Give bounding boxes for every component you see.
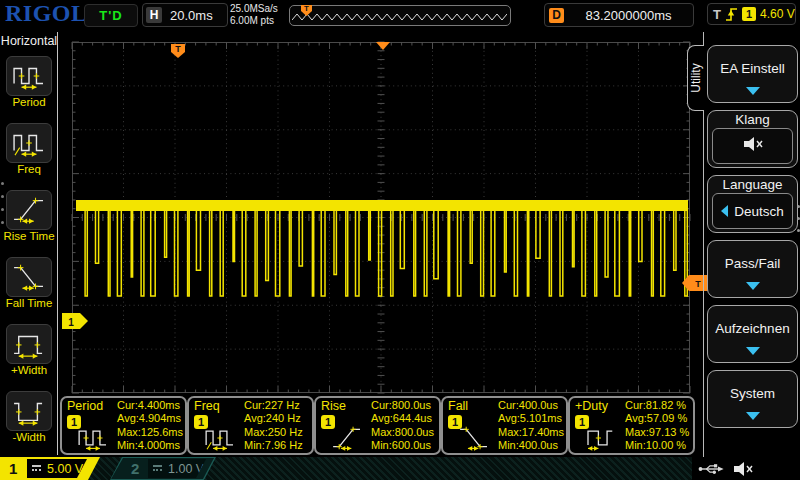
svg-text:T: T (695, 279, 701, 289)
horizontal-preview-waveform (292, 12, 507, 23)
channel-2-number: 2 (131, 459, 139, 478)
measure-stats: Cur:81.82 %Avg:57.09 %Max:97.13 %Min:10.… (625, 399, 689, 452)
measure-stat-max: Max:250 Hz (244, 426, 303, 439)
channel-1-ground-marker[interactable]: 1 (62, 313, 88, 329)
svg-text:T: T (175, 44, 181, 54)
measure-stats: Cur:4.400msAvg:4.904msMax:125.6msMin:4.0… (117, 399, 183, 452)
trigger-box[interactable]: T 1 4.60 V (707, 3, 796, 25)
menu-item-system[interactable]: System (707, 370, 798, 428)
chevron-down-icon (746, 347, 760, 355)
sidebar-item-label: Fall Time (0, 297, 58, 309)
sidebar-item-fall-time[interactable]: Fall Time (0, 257, 58, 322)
period-wave-icon (74, 425, 112, 455)
measure-stats: Cur:227 HzAvg:240 HzMax:250 HzMin:7.96 H… (244, 399, 303, 452)
menu-item-pass-fail[interactable]: Pass/Fail (707, 240, 798, 298)
measure-stat-min: Min:600.0us (371, 439, 434, 452)
chevron-down-icon (746, 282, 760, 290)
sidebar-item-label: +Width (0, 364, 58, 376)
trigger-position-marker[interactable]: T (171, 44, 185, 58)
trigger-status-badge[interactable]: T'D (84, 4, 138, 27)
measure-stat-cur: Cur:400.0us (498, 399, 564, 412)
menu-item-label: Pass/Fail (708, 256, 797, 271)
measure-stat-min: Min:4.000ms (117, 439, 183, 452)
trigger-source-badge: 1 (742, 7, 756, 21)
fall-time-icon (6, 257, 52, 297)
measure-panel-rise: Rise1Cur:800.0usAvg:644.4usMax:800.0usMi… (314, 396, 441, 455)
measure-stat-min: Min:7.96 Hz (244, 439, 303, 452)
chevron-left-icon (721, 205, 728, 217)
channel-1-scale-box: 5.00 V (27, 459, 91, 478)
sidebar-item-rise-time[interactable]: Rise Time (0, 190, 58, 255)
freq-wave-icon (201, 425, 239, 455)
measure-panel-period: Period1Cur:4.400msAvg:4.904msMax:125.6ms… (60, 396, 187, 455)
measure-name: +Duty (575, 399, 608, 413)
right-menu: Utility EA EinstellKlangLanguageDeutschP… (703, 30, 800, 455)
menu-item-klang-button[interactable] (712, 128, 793, 164)
delay-box[interactable]: D 83.2000000ms (544, 3, 694, 27)
measure-stat-cur: Cur:81.82 % (625, 399, 689, 412)
measure-panel-fall: Fall1Cur:400.0usAvg:5.101msMax:17.40msMi… (441, 396, 568, 455)
rigol-logo: RIGOL (5, 0, 88, 27)
trigger-letter: T (713, 7, 721, 22)
sidebar-item-label: Rise Time (0, 230, 58, 242)
speaker-muted-icon (732, 461, 754, 480)
chevron-down-icon (746, 87, 760, 95)
minus-width-icon (6, 391, 52, 431)
menu-group-klang: Klang (707, 110, 798, 168)
menu-group-language: LanguageDeutsch (707, 175, 798, 233)
speaker-muted-icon (742, 136, 764, 156)
channel-bar: 1 5.00 V 2 1.00 V (0, 457, 800, 480)
menu-item-aufzeichnen[interactable]: Aufzeichnen (707, 305, 798, 363)
sidebar-page-dots (1, 182, 5, 234)
timebase-label: H (146, 7, 162, 23)
rise-time-icon (6, 190, 52, 230)
menu-item-label: EA Einstell (708, 61, 797, 76)
menu-group-title: Language (708, 176, 797, 193)
timebase-value: 20.0ms (170, 8, 213, 23)
measure-panel-freq: Freq1Cur:227 HzAvg:240 HzMax:250 HzMin:7… (187, 396, 314, 455)
measure-stat-avg: Avg:4.904ms (117, 412, 183, 425)
menu-item-language-select[interactable]: Deutsch (712, 193, 793, 229)
rise-wave-icon (328, 425, 366, 455)
measure-stat-min: Min:10.00 % (625, 439, 689, 452)
measure-stat-max: Max:17.40ms (498, 426, 564, 439)
sidebar-item-freq[interactable]: Freq (0, 123, 58, 188)
measure-stat-max: Max:125.6ms (117, 426, 183, 439)
measure-stats: Cur:800.0usAvg:644.4usMax:800.0usMin:600… (371, 399, 434, 452)
sidebar-item-width[interactable]: +Width (0, 324, 58, 389)
channel-2-indicator[interactable]: 2 1.00 V (110, 457, 216, 480)
sidebar-item-label: Period (0, 96, 58, 108)
fall-wave-icon (455, 425, 493, 455)
measure-stat-min: Min:400.0us (498, 439, 564, 452)
sidebar-title: Horizontal (0, 34, 58, 48)
sidebar-item-label: -Width (0, 431, 58, 443)
sidebar-item-period[interactable]: Period (0, 56, 58, 121)
sidebar-item-width[interactable]: -Width (0, 391, 58, 456)
delay-center-marker (376, 42, 390, 50)
measure-stats: Cur:400.0usAvg:5.101msMax:17.40msMin:400… (498, 399, 564, 452)
sidebar-item-label: Freq (0, 163, 58, 175)
measure-stat-max: Max:97.13 % (625, 426, 689, 439)
left-sidebar: Horizontal PeriodFreqRise TimeFall Time+… (0, 30, 58, 455)
menu-item-label: System (708, 386, 797, 401)
channel-1-scale: 5.00 V (47, 462, 83, 476)
menu-group-title: Klang (708, 111, 797, 128)
memory-depth: 6.00M pts (230, 15, 278, 27)
timebase-box[interactable]: H 20.0ms (142, 3, 228, 27)
sample-rate: 25.0MSa/s (230, 3, 278, 15)
status-icons (698, 461, 754, 480)
utility-tab-label: Utility (689, 46, 703, 110)
horizontal-preview-bar[interactable]: T (289, 5, 511, 26)
sidebar-divider (57, 32, 58, 455)
waveform-display: TT1 (72, 42, 690, 393)
menu-item-ea-einstell[interactable]: EA Einstell (707, 45, 798, 103)
measure-stat-avg: Avg:5.101ms (498, 412, 564, 425)
measure-stat-avg: Avg:240 Hz (244, 412, 303, 425)
utility-tab[interactable]: Utility (687, 45, 704, 111)
dc-coupling-icon (153, 465, 162, 473)
menu-item-label: Aufzeichnen (708, 321, 797, 336)
period-icon (6, 56, 52, 96)
measure-name: Fall (448, 399, 468, 413)
measure-panel-duty: +Duty1Cur:81.82 %Avg:57.09 %Max:97.13 %M… (568, 396, 695, 455)
freq-icon (6, 123, 52, 163)
